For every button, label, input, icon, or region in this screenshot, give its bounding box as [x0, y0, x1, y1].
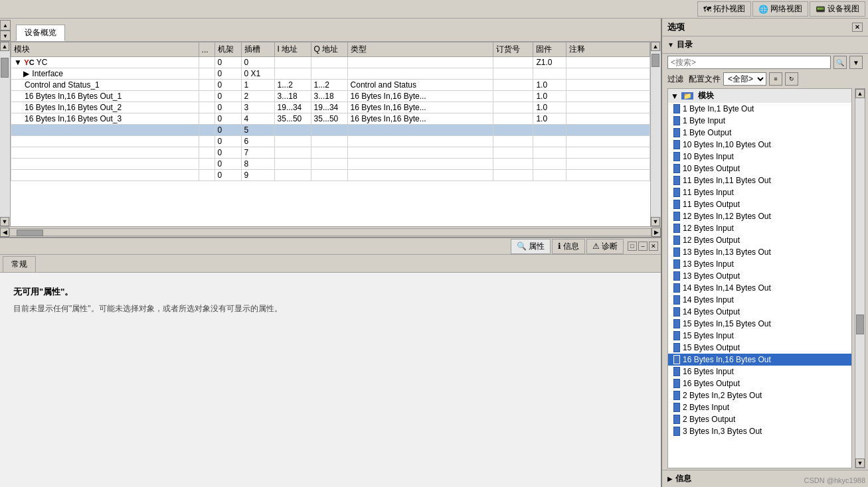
filter-row: 过滤 配置文件 <全部> ≡ ↻	[662, 71, 868, 87]
module-item-21[interactable]: 16 Bytes In,16 Bytes Out	[668, 354, 851, 366]
info-section-label: 信息	[675, 473, 691, 484]
module-section-header[interactable]: ▼ 📁 模块	[668, 89, 851, 103]
module-item-icon	[673, 140, 680, 149]
table-row[interactable]: ▶ Interface 00 X1	[11, 68, 650, 80]
hscroll-left[interactable]: ◀	[0, 228, 9, 237]
table-scroll-up[interactable]: ▲	[651, 42, 660, 51]
module-item-25[interactable]: 2 Bytes Input	[668, 401, 851, 413]
module-item-icon	[673, 415, 680, 424]
prop-content: 无可用"属性"。 目前未显示任何"属性"。可能未选择对象，或者所选对象没有可显示…	[0, 273, 661, 487]
info-tab-btn[interactable]: ℹ 信息	[552, 239, 585, 254]
module-item-2[interactable]: 1 Byte Output	[668, 127, 851, 139]
filter-btn-1[interactable]: ≡	[769, 72, 782, 86]
diag-tab-btn[interactable]: ⚠ 诊断	[586, 239, 624, 254]
left-down-btn[interactable]: ▼	[0, 217, 9, 226]
module-item-3[interactable]: 10 Bytes In,10 Bytes Out	[668, 139, 851, 151]
table-row[interactable]: 05	[11, 125, 650, 136]
search-button[interactable]: 🔍	[833, 56, 847, 69]
module-item-6[interactable]: 11 Bytes In,11 Bytes Out	[668, 174, 851, 186]
module-item-20[interactable]: 15 Bytes Output	[668, 342, 851, 354]
table-row[interactable]: 16 Bytes In,16 Bytes Out_2 0319...3419..…	[11, 102, 650, 113]
expand-interface[interactable]: ▶	[22, 69, 30, 78]
module-item-7[interactable]: 11 Bytes Input	[668, 186, 851, 198]
watermark: CSDN @hkyc1988	[804, 476, 865, 484]
hscroll-right[interactable]: ▶	[651, 228, 661, 237]
module-item-8[interactable]: 11 Bytes Output	[668, 198, 851, 210]
expand-yc[interactable]: ▼	[14, 58, 22, 67]
table-row[interactable]: ▼ YC YC 00Z1.0	[11, 57, 650, 68]
module-scroll-up[interactable]: ▲	[855, 89, 865, 98]
module-item-icon	[673, 391, 680, 400]
module-item-18[interactable]: 15 Bytes In,15 Bytes Out	[668, 318, 851, 330]
module-item-1[interactable]: 1 Byte Input	[668, 115, 851, 127]
module-item-icon	[673, 343, 680, 352]
module-item-13[interactable]: 13 Bytes Input	[668, 258, 851, 270]
device-overview-tab[interactable]: 设备概览	[16, 25, 65, 41]
module-item-11[interactable]: 12 Bytes Output	[668, 234, 851, 246]
table-hscroll[interactable]: ◀ ▶	[0, 226, 661, 237]
module-item-14[interactable]: 13 Bytes Output	[668, 270, 851, 282]
table-row[interactable]: 06	[11, 136, 650, 147]
module-item-17[interactable]: 14 Bytes Output	[668, 306, 851, 318]
module-item-22[interactable]: 16 Bytes Input	[668, 366, 851, 378]
prop-tab-bar: 常规	[0, 255, 661, 273]
scroll-down-arrow[interactable]: ▼	[0, 31, 11, 41]
module-item-icon	[673, 379, 680, 388]
table-row[interactable]: 16 Bytes In,16 Bytes Out_1 023...183...1…	[11, 91, 650, 102]
module-item-19[interactable]: 15 Bytes Input	[668, 330, 851, 342]
properties-tab-btn[interactable]: 🔍 属性	[511, 239, 551, 254]
module-item-26[interactable]: 2 Bytes Output	[668, 413, 851, 425]
catalog-header[interactable]: ▼ 目录	[662, 36, 868, 54]
prop-description: 目前未显示任何"属性"。可能未选择对象，或者所选对象没有可显示的属性。	[13, 303, 648, 314]
module-folder-icon: 📁	[681, 92, 693, 100]
module-item-24[interactable]: 2 Bytes In,2 Bytes Out	[668, 389, 851, 401]
module-item-23[interactable]: 16 Bytes Output	[668, 378, 851, 389]
module-item-10[interactable]: 12 Bytes Input	[668, 222, 851, 234]
table-row[interactable]: 09	[11, 170, 650, 181]
module-item-15[interactable]: 14 Bytes In,14 Bytes Out	[668, 282, 851, 294]
main-layout: ▲ ▼ 设备概览 ▲ ▼	[0, 19, 868, 487]
col-firmware: 固件	[533, 42, 566, 57]
module-item-27[interactable]: 3 Bytes In,3 Bytes Out	[668, 425, 851, 437]
module-item-icon	[673, 104, 680, 113]
filter-btn-2[interactable]: ↻	[785, 72, 798, 86]
module-item-12[interactable]: 13 Bytes In,13 Bytes Out	[668, 246, 851, 258]
module-item-icon	[673, 331, 680, 340]
module-item-16[interactable]: 14 Bytes Input	[668, 294, 851, 306]
module-item-9[interactable]: 12 Bytes In,12 Bytes Out	[668, 210, 851, 222]
module-item-0[interactable]: 1 Byte In,1 Byte Out	[668, 103, 851, 115]
left-up-btn[interactable]: ▲	[0, 42, 9, 51]
right-panel-close[interactable]: ✕	[852, 23, 863, 32]
col-module: 模块	[11, 42, 199, 57]
topology-icon: 🗺	[703, 5, 711, 14]
module-item-icon	[673, 307, 680, 316]
module-item-4[interactable]: 10 Bytes Input	[668, 151, 851, 163]
network-view-button[interactable]: 🌐 网络视图	[752, 1, 808, 17]
module-scroll-down[interactable]: ▼	[855, 458, 865, 468]
module-item-icon	[673, 295, 680, 305]
table-row[interactable]: Control and Status_1 011...21...2Control…	[11, 80, 650, 91]
device-view-button[interactable]: 📟 设备视图	[810, 1, 865, 17]
panel-icon-3[interactable]: ✕	[649, 242, 658, 251]
table-row[interactable]: 16 Bytes In,16 Bytes Out_3 0435...5035..…	[11, 113, 650, 125]
general-tab[interactable]: 常规	[3, 256, 36, 272]
top-toolbar: 🗺 拓扑视图 🌐 网络视图 📟 设备视图	[0, 0, 868, 19]
table-row[interactable]: 07	[11, 147, 650, 159]
module-item-5[interactable]: 10 Bytes Output	[668, 163, 851, 174]
table-container[interactable]: 模块 ... 机架 插槽 I 地址 Q 地址 类型 订货号 固件 注释	[11, 42, 650, 226]
topology-view-button[interactable]: 🗺 拓扑视图	[697, 1, 751, 17]
catalog-collapse-arrow[interactable]: ▼	[667, 41, 674, 48]
scroll-up-arrow[interactable]: ▲	[0, 20, 11, 31]
filter-config-select[interactable]: <全部>	[723, 72, 766, 86]
catalog-search-input[interactable]	[667, 56, 831, 69]
search-options-button[interactable]: ▼	[849, 56, 863, 69]
info-collapse-arrow[interactable]: ▶	[667, 475, 673, 482]
module-item-icon	[673, 116, 680, 125]
table-row[interactable]: 08	[11, 159, 650, 170]
hscroll-track[interactable]	[9, 228, 651, 236]
table-scroll-down[interactable]: ▼	[651, 217, 660, 226]
module-list[interactable]: ▼ 📁 模块 1 Byte In,1 Byte Out 1 Byte Input	[667, 88, 852, 468]
panel-icon-1[interactable]: □	[628, 242, 637, 251]
panel-icon-2[interactable]: –	[638, 242, 648, 251]
module-item-icon	[673, 355, 680, 364]
